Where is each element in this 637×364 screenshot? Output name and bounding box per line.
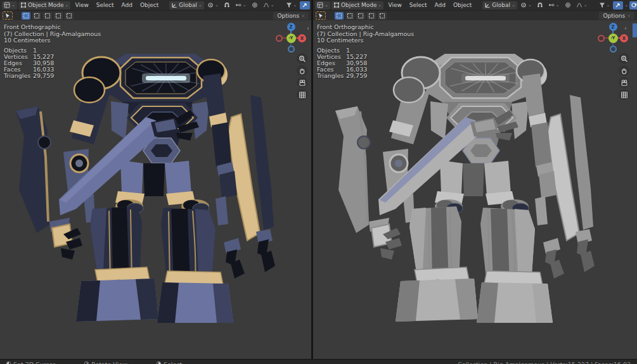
gizmo-neg-z-handle[interactable] (610, 46, 617, 53)
grid-icon (299, 91, 306, 99)
object-visibility-dropdown[interactable]: ⌄ (597, 1, 612, 9)
snap-settings-dropdown[interactable]: ⌄ (233, 1, 248, 9)
camera-icon (299, 79, 306, 87)
menu-select[interactable]: Select (406, 1, 430, 9)
proportional-falloff-dropdown[interactable]: ⌄ (261, 1, 276, 9)
select-mode-extend[interactable] (32, 12, 41, 20)
zoom-button[interactable] (619, 53, 629, 64)
navigation-gizmo[interactable]: Z X -Y (274, 22, 307, 54)
select-intersect-icon (379, 13, 385, 19)
options-button[interactable]: Options⌄ (273, 12, 309, 20)
proportional-editing-toggle[interactable] (563, 1, 573, 9)
select-mode-invert[interactable] (54, 12, 63, 20)
magnet-icon (537, 2, 543, 8)
active-tool-tweak[interactable] (3, 11, 13, 20)
options-button[interactable]: Options⌄ (599, 12, 634, 20)
menu-view[interactable]: View (385, 1, 404, 9)
menu-object[interactable]: Object (137, 1, 162, 9)
select-intersect-icon (66, 13, 72, 19)
sidebar-toggle-chevron[interactable]: ‹ (307, 25, 309, 32)
select-mode-subtract[interactable] (43, 12, 52, 20)
select-mode-intersect[interactable] (65, 12, 74, 20)
menu-object[interactable]: Object (450, 1, 475, 9)
mode-dropdown[interactable]: Object Mode⌄ (18, 1, 71, 9)
gizmo-x-handle[interactable]: X (620, 34, 628, 42)
orientation-dropdown[interactable]: Global⌄ (482, 1, 517, 9)
gizmo-z-handle[interactable]: Z (287, 23, 295, 31)
editor-type-button[interactable]: ⌄ (315, 1, 330, 9)
menu-add[interactable]: Add (432, 1, 449, 9)
menu-select[interactable]: Select (93, 1, 117, 9)
overlays-toggle[interactable] (629, 1, 637, 9)
sidebar-toggle-chevron[interactable]: ‹ (624, 25, 627, 32)
blender-window: ⌄ Object Mode⌄ View Select Add Object Gl… (0, 0, 637, 364)
zoom-button[interactable] (297, 53, 307, 64)
axis-icon (484, 2, 491, 8)
view-name: Front Orthographic (4, 24, 101, 31)
object-visibility-dropdown[interactable]: ⌄ (284, 1, 299, 9)
gizmo-neg-x-handle[interactable] (276, 35, 283, 42)
gizmo-z-handle[interactable]: Z (609, 23, 617, 31)
mode-label: Object Mode (28, 2, 64, 8)
sidebar-tab-highlight[interactable] (633, 23, 637, 37)
select-extend-icon (34, 13, 40, 19)
gizmos-dropdown[interactable]: ⌄ (624, 3, 628, 8)
select-subtract-icon (44, 13, 51, 19)
viewport-material[interactable]: ⌄ Object Mode⌄ View Select Add Object Gl… (0, 0, 311, 359)
gizmo-neg-y-handle[interactable]: -Y (608, 34, 618, 43)
mech-model-solid[interactable] (325, 37, 603, 328)
perspective-toggle-button[interactable] (297, 89, 307, 100)
camera-view-button[interactable] (297, 77, 307, 88)
select-mode-intersect[interactable] (378, 12, 387, 20)
object-mode-icon (20, 2, 27, 8)
select-mode-set[interactable] (335, 12, 344, 20)
orientation-dropdown[interactable]: Global⌄ (169, 1, 204, 9)
gizmos-toggle[interactable] (300, 1, 310, 9)
camera-view-button[interactable] (619, 77, 629, 88)
mode-label: Object Mode (341, 2, 377, 8)
status-hint-right: Select (157, 361, 182, 364)
editor-type-button[interactable]: ⌄ (2, 1, 17, 9)
proportional-icon (252, 2, 258, 8)
pivot-point-dropdown[interactable]: ⌄ (205, 1, 221, 9)
proportional-editing-toggle[interactable] (250, 1, 260, 9)
gizmo-neg-y-handle[interactable]: -Y (286, 34, 296, 43)
select-mode-invert[interactable] (367, 12, 376, 20)
gizmo-neg-z-handle[interactable] (288, 46, 295, 53)
select-mode-set[interactable] (22, 12, 30, 20)
viewport-solid[interactable]: ⌄ Object Mode⌄ View Select Add Object Gl… (313, 0, 637, 359)
proportional-falloff-dropdown[interactable]: ⌄ (574, 1, 589, 9)
snap-target-icon (235, 2, 241, 8)
pan-button[interactable] (619, 65, 629, 76)
select-invert-icon (368, 13, 375, 19)
editor-type-icon (4, 2, 10, 8)
select-subtract-icon (357, 13, 364, 19)
grid-icon (621, 91, 628, 99)
snap-toggle[interactable] (535, 1, 545, 9)
perspective-toggle-button[interactable] (619, 89, 629, 100)
falloff-curve-icon (263, 2, 269, 8)
falloff-curve-icon (576, 2, 582, 8)
gizmo-x-handle[interactable]: X (298, 34, 306, 42)
hand-icon (621, 67, 628, 75)
pivot-point-dropdown[interactable]: ⌄ (518, 1, 534, 9)
magnet-icon (224, 2, 230, 8)
orientation-label: Global (179, 2, 197, 8)
menu-add[interactable]: Add (119, 1, 136, 9)
snap-settings-dropdown[interactable]: ⌄ (546, 1, 562, 9)
mode-dropdown[interactable]: Object Mode⌄ (331, 1, 384, 9)
funnel-icon (286, 2, 292, 8)
funnel-icon (599, 2, 605, 8)
pan-button[interactable] (297, 65, 307, 76)
menu-view[interactable]: View (72, 1, 91, 9)
proportional-icon (565, 2, 571, 8)
viewport-header: ⌄ Object Mode⌄ View Select Add Object Gl… (313, 0, 637, 11)
select-mode-subtract[interactable] (356, 12, 365, 20)
gizmos-toggle[interactable] (613, 1, 623, 9)
select-mode-extend[interactable] (345, 12, 354, 20)
gizmo-neg-x-handle[interactable] (598, 35, 605, 42)
active-tool-tweak[interactable] (316, 11, 326, 20)
snap-toggle[interactable] (222, 1, 232, 9)
mech-model-material[interactable] (5, 37, 284, 328)
tool-settings-row: Options⌄ (313, 11, 637, 20)
